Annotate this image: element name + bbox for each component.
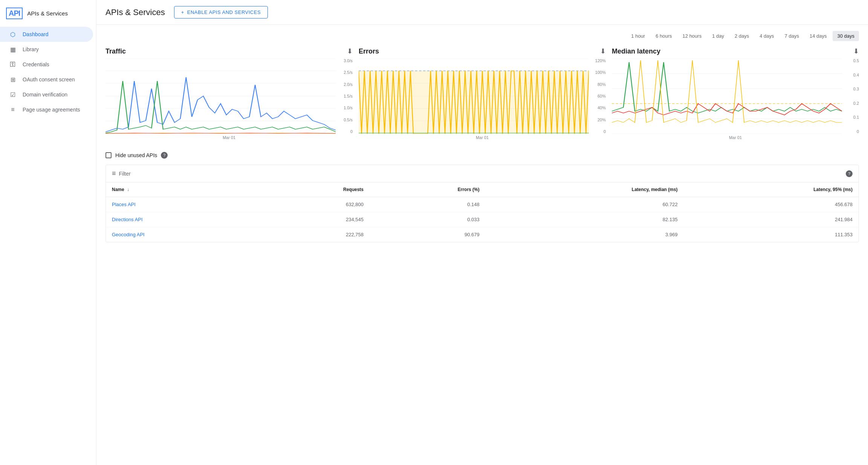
time-btn-14-days[interactable]: 14 days	[805, 31, 831, 41]
charts-row: Traffic ⬇	[105, 47, 859, 140]
dashboard-icon: ⬡	[9, 31, 17, 38]
credentials-icon: ⚿	[9, 61, 17, 68]
cell-requests: 222,758	[259, 227, 370, 242]
cell-errors: 90.679	[370, 227, 486, 242]
cell-name: Directions API	[106, 212, 259, 227]
traffic-y-axis: 3.0/s 2.5/s 2.0/s 1.5/s 1.0/s 0.5/s 0	[336, 58, 353, 134]
oauth-icon: ⊞	[9, 76, 17, 83]
hide-unused-checkbox[interactable]	[105, 152, 112, 158]
sidebar-item-label-oauth: OAuth consent screen	[23, 76, 75, 83]
cell-latency-95: 241.984	[684, 212, 859, 227]
table-help-icon[interactable]: ?	[846, 170, 853, 177]
sidebar-item-label-credentials: Credentials	[23, 61, 49, 67]
cell-latency-median: 3.969	[486, 227, 684, 242]
table-row: Geocoding API 222,758 90.679 3.969 111.3…	[106, 227, 859, 242]
hide-unused-label: Hide unused APIs	[115, 152, 157, 158]
sidebar-item-label-dashboard: Dashboard	[23, 31, 49, 37]
main-content: APIs & Services + ENABLE APIS AND SERVIC…	[96, 0, 868, 465]
errors-chart-title: Errors	[359, 47, 379, 55]
sidebar-item-label-library: Library	[23, 46, 39, 52]
api-link[interactable]: Places API	[112, 202, 136, 207]
time-btn-1-hour[interactable]: 1 hour	[627, 31, 649, 41]
table-head: Name ↓ Requests Errors (%) Latency, medi…	[106, 182, 859, 197]
traffic-chart-container: Traffic ⬇	[105, 47, 353, 140]
traffic-chart-header: Traffic ⬇	[105, 47, 353, 55]
time-selector: 1 hour6 hours12 hours1 day2 days4 days7 …	[105, 31, 859, 41]
hide-unused-help-icon[interactable]: ?	[161, 152, 168, 159]
time-btn-1-day[interactable]: 1 day	[708, 31, 729, 41]
latency-chart-title: Median latency	[612, 47, 660, 55]
filter-label: Filter	[119, 171, 131, 177]
errors-chart-container: Errors ⬇	[359, 47, 606, 140]
errors-y-axis: 120% 100% 80% 60% 40% 20% 0	[589, 58, 606, 134]
page-usage-icon: ≡	[9, 106, 17, 113]
domain-icon: ☑	[9, 91, 17, 98]
enable-apis-button[interactable]: + ENABLE APIS AND SERVICES	[174, 6, 268, 18]
col-latency-median: Latency, median (ms)	[486, 182, 684, 197]
col-requests: Requests	[259, 182, 370, 197]
cell-name: Places API	[106, 197, 259, 212]
time-btn-2-days[interactable]: 2 days	[730, 31, 753, 41]
latency-y-axis: 0.5 0.4 0.3 0.2 0.1 0	[842, 58, 859, 134]
app-logo: API	[6, 8, 23, 19]
latency-x-label: Mar 01	[612, 135, 859, 140]
table-row: Places API 632,800 0.148 60.722 456.678	[106, 197, 859, 212]
sidebar-item-label-domain: Domain verification	[23, 92, 67, 98]
cell-requests: 632,800	[259, 197, 370, 212]
name-sort-icon[interactable]: ↓	[127, 187, 129, 192]
api-link[interactable]: Geocoding API	[112, 232, 145, 237]
api-table: Name ↓ Requests Errors (%) Latency, medi…	[106, 182, 859, 242]
dashboard-content: 1 hour6 hours12 hours1 day2 days4 days7 …	[96, 25, 868, 465]
filter-row: ≡ Filter	[112, 170, 131, 177]
col-errors: Errors (%)	[370, 182, 486, 197]
errors-download-icon[interactable]: ⬇	[600, 47, 606, 55]
library-icon: ▦	[9, 46, 17, 53]
page-title: APIs & Services	[105, 8, 165, 17]
api-link[interactable]: Directions API	[112, 217, 143, 222]
sidebar-item-dashboard[interactable]: ⬡ Dashboard	[0, 27, 93, 42]
time-btn-30-days[interactable]: 30 days	[833, 31, 859, 41]
main-header: APIs & Services + ENABLE APIS AND SERVIC…	[96, 0, 868, 25]
sidebar-item-page-usage[interactable]: ≡ Page usage agreements	[0, 102, 93, 117]
latency-chart-svg	[612, 58, 842, 134]
cell-requests: 234,545	[259, 212, 370, 227]
errors-chart-svg	[359, 58, 589, 134]
table-row: Directions API 234,545 0.033 82.135 241.…	[106, 212, 859, 227]
time-btn-12-hours[interactable]: 12 hours	[678, 31, 706, 41]
sidebar-nav: ⬡ Dashboard ▦ Library ⚿ Credentials ⊞ OA…	[0, 25, 96, 119]
sidebar-item-library[interactable]: ▦ Library	[0, 42, 93, 57]
cell-latency-95: 111.353	[684, 227, 859, 242]
cell-latency-median: 82.135	[486, 212, 684, 227]
sidebar-item-domain[interactable]: ☑ Domain verification	[0, 87, 93, 102]
sidebar: API APIs & Services ⬡ Dashboard ▦ Librar…	[0, 0, 96, 465]
latency-chart-container: Median latency ⬇	[612, 47, 859, 140]
cell-errors: 0.148	[370, 197, 486, 212]
enable-button-label: ENABLE APIS AND SERVICES	[187, 9, 261, 15]
cell-errors: 0.033	[370, 212, 486, 227]
api-table-section: ≡ Filter ? Name ↓ Requests Errors (%) La…	[105, 165, 859, 242]
traffic-chart-svg	[105, 58, 336, 134]
cell-latency-95: 456.678	[684, 197, 859, 212]
sidebar-item-credentials[interactable]: ⚿ Credentials	[0, 57, 93, 72]
time-btn-6-hours[interactable]: 6 hours	[651, 31, 676, 41]
sidebar-header: API APIs & Services	[0, 3, 96, 25]
cell-name: Geocoding API	[106, 227, 259, 242]
traffic-x-label: Mar 01	[105, 135, 353, 140]
col-name: Name ↓	[106, 182, 259, 197]
table-body: Places API 632,800 0.148 60.722 456.678 …	[106, 197, 859, 242]
time-btn-4-days[interactable]: 4 days	[755, 31, 778, 41]
latency-chart-header: Median latency ⬇	[612, 47, 859, 55]
sidebar-title: APIs & Services	[27, 10, 68, 17]
hide-unused-row: Hide unused APIs ?	[105, 152, 859, 159]
plus-icon: +	[181, 9, 184, 15]
sidebar-item-oauth[interactable]: ⊞ OAuth consent screen	[0, 72, 93, 87]
filter-icon: ≡	[112, 170, 116, 177]
errors-chart-header: Errors ⬇	[359, 47, 606, 55]
col-latency-95: Latency, 95% (ms)	[684, 182, 859, 197]
time-btn-7-days[interactable]: 7 days	[780, 31, 804, 41]
table-toolbar: ≡ Filter ?	[106, 165, 859, 182]
traffic-download-icon[interactable]: ⬇	[347, 47, 353, 55]
table-header-row: Name ↓ Requests Errors (%) Latency, medi…	[106, 182, 859, 197]
errors-x-label: Mar 01	[359, 135, 606, 140]
latency-download-icon[interactable]: ⬇	[853, 47, 859, 55]
